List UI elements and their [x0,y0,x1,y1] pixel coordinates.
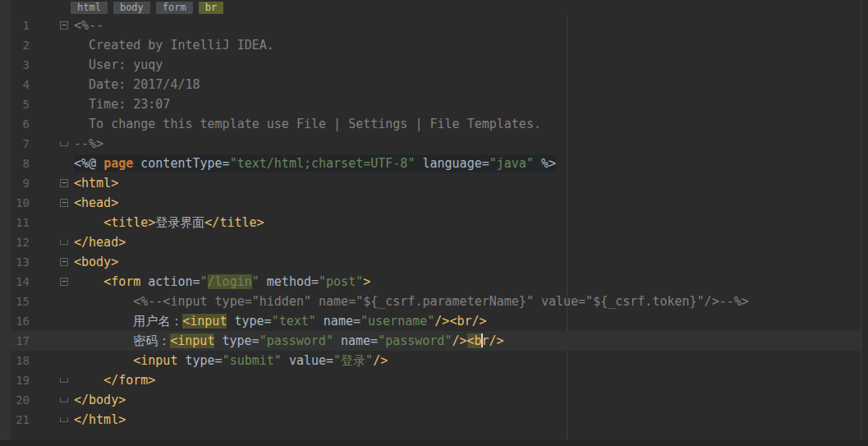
code-text: 密码：<input type="password" name="password… [74,333,504,348]
fold-column [30,292,74,311]
code-text: <form action="/login" method="post"> [74,274,370,289]
code-line[interactable]: 9−<html> [0,173,861,193]
code-token: value= [282,353,333,368]
breadcrumb-item-html[interactable]: html [71,2,108,14]
fold-column[interactable]: − [30,16,74,35]
code-line[interactable]: 8<%@ page contentType="text/html;charset… [0,154,861,173]
code-token: </body> [74,393,126,407]
breadcrumb-item-br[interactable]: br [199,2,223,14]
fold-collapse-icon[interactable]: − [60,258,68,266]
code-token: method= [259,274,319,289]
line-number[interactable]: 15 [0,292,30,311]
code-line[interactable]: 7--%> [0,134,861,154]
code-token [74,314,133,329]
breadcrumb-item-form[interactable]: form [156,2,193,14]
code-token: <%-- [74,18,103,33]
code-line[interactable]: 19 </form> [0,370,861,390]
fold-column [30,331,74,351]
code-token: <%@ [74,156,103,171]
fold-column [30,55,74,75]
fold-column[interactable] [30,410,74,430]
fold-end-icon[interactable] [60,240,68,245]
line-number[interactable]: 16 [0,311,30,331]
line-number[interactable]: 12 [0,232,30,252]
code-token: Time: 23:07 [74,97,170,112]
line-number[interactable]: 4 [0,75,30,94]
fold-collapse-icon[interactable]: − [60,179,68,187]
code-token: type= [227,314,271,329]
fold-end-icon[interactable] [60,378,68,383]
code-line[interactable]: 12</head> [0,232,861,252]
code-token: 登录界面 [155,215,204,230]
code-text: User: yuqy [74,57,163,72]
line-number[interactable]: 17 [0,331,30,351]
fold-end-icon[interactable] [60,141,68,146]
line-number[interactable]: 14 [0,272,30,292]
fold-end-icon[interactable] [60,398,68,402]
line-number[interactable]: 9 [0,173,30,193]
code-line[interactable]: 11 <title>登录界面</title> [0,213,861,232]
line-number[interactable]: 20 [0,390,30,410]
fold-end-icon[interactable] [60,417,68,422]
line-number[interactable]: 2 [0,35,30,55]
line-number[interactable]: 8 [0,154,30,173]
code-text: --%> [74,136,103,151]
scrollbar-track[interactable] [861,0,868,446]
code-line[interactable]: 10−<head> [0,193,861,213]
fold-column[interactable]: − [30,173,74,193]
breadcrumb-bar: htmlbodyformbr [71,1,223,15]
code-line[interactable]: 16 用户名：<input type="text" name="username… [0,311,861,331]
code-line[interactable]: 6 To change this template use File | Set… [0,114,861,134]
fold-column [30,94,74,114]
code-line[interactable]: 18 <input type="submit" value="登录"/> [0,351,861,370]
jsp-directive-background: <%@ page contentType="text/html;charset=… [74,154,556,172]
breadcrumb-item-body[interactable]: body [113,2,150,14]
code-line[interactable]: 14− <form action="/login" method="post"> [0,272,861,292]
code-token: language= [415,156,489,171]
line-number[interactable]: 3 [0,55,30,75]
code-line[interactable]: 2 Created by IntelliJ IDEA. [0,35,861,55]
fold-column[interactable]: − [30,193,74,213]
fold-column[interactable] [30,232,74,252]
code-line[interactable]: 15 <%--<input type="hidden" name="${_csr… [0,292,861,311]
code-line[interactable]: 5 Time: 23:07 [0,94,861,114]
code-token [74,373,103,388]
code-line[interactable]: 17 密码：<input type="password" name="passw… [0,331,861,351]
fold-column[interactable]: − [30,272,74,292]
code-token: /> [452,333,466,348]
code-line[interactable]: 13−<body> [0,252,861,272]
line-number[interactable]: 18 [0,351,30,370]
fold-column[interactable] [30,370,74,390]
line-number[interactable]: 1 [0,16,30,35]
line-number[interactable]: 11 [0,213,30,232]
fold-column[interactable] [30,390,74,410]
fold-column[interactable]: − [30,252,74,272]
code-token: User: yuqy [74,57,163,72]
code-line[interactable]: 3 User: yuqy [0,55,861,75]
code-text: <head> [74,195,118,210]
line-number[interactable]: 5 [0,94,30,114]
code-token: <%--<input type="hidden" name="${_csrf.p… [74,294,749,309]
editor-rows: 1−<%--2 Created by IntelliJ IDEA.3 User:… [0,16,861,430]
code-line[interactable]: 20</body> [0,390,861,410]
line-number[interactable]: 6 [0,114,30,134]
line-number[interactable]: 21 [0,410,30,430]
code-token [74,215,103,230]
code-token: r/> [482,333,504,348]
code-token: "password" [378,333,452,348]
code-line[interactable]: 4 Date: 2017/4/18 [0,75,861,94]
code-token: /> [434,314,449,329]
fold-collapse-icon[interactable]: − [60,199,68,207]
fold-column[interactable] [30,134,74,154]
code-token: " [252,274,259,289]
line-number[interactable]: 19 [0,370,30,390]
line-number[interactable]: 7 [0,134,30,154]
code-line[interactable]: 1−<%-- [0,16,861,35]
code-token: <input [182,314,227,329]
code-text: </html> [74,412,126,427]
code-line[interactable]: 21</html> [0,410,861,430]
fold-collapse-icon[interactable]: − [60,21,68,30]
line-number[interactable]: 10 [0,193,30,213]
fold-collapse-icon[interactable]: − [60,278,68,286]
line-number[interactable]: 13 [0,252,30,272]
